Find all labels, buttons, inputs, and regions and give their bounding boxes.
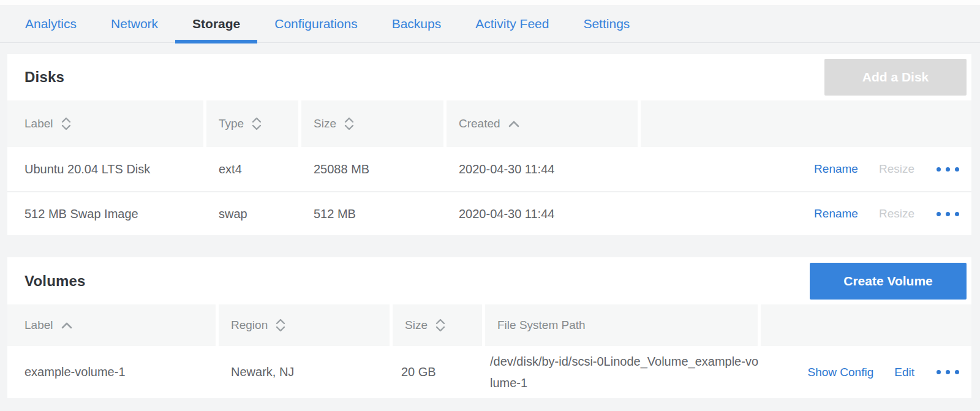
disk-type-cell: swap — [206, 207, 301, 221]
disks-sort-created[interactable]: Created — [447, 100, 638, 147]
table-row: example-volume-1 Newark, NJ 20 GB /dev/d… — [7, 346, 971, 398]
detail-tabs: Analytics Network Storage Configurations… — [0, 5, 980, 43]
create-volume-button[interactable]: Create Volume — [810, 263, 967, 300]
sort-both-icon — [251, 116, 262, 131]
sort-both-icon — [275, 318, 286, 333]
disk-created-cell: 2020-04-30 11:44 — [447, 162, 641, 176]
disks-sort-size[interactable]: Size — [301, 100, 443, 147]
table-row: 512 MB Swap Image swap 512 MB 2020-04-30… — [7, 191, 971, 235]
tab-network[interactable]: Network — [94, 5, 175, 43]
volumes-header-actions-spacer — [761, 304, 971, 346]
tab-storage[interactable]: Storage — [175, 5, 257, 43]
table-row: Ubuntu 20.04 LTS Disk ext4 25088 MB 2020… — [7, 147, 971, 191]
column-header-label: Region — [231, 319, 268, 332]
sort-ascending-icon — [508, 120, 520, 128]
volume-size-cell: 20 GB — [393, 365, 485, 379]
tab-label: Analytics — [25, 17, 77, 31]
volumes-table-header: Label Region Size File System Path — [7, 304, 971, 346]
resize-link[interactable]: Resize — [879, 162, 914, 176]
more-options-icon[interactable] — [935, 208, 960, 220]
active-tab-indicator — [175, 40, 257, 43]
volumes-header-file-system-path: File System Path — [485, 304, 758, 346]
sort-both-icon — [61, 116, 72, 131]
show-config-link[interactable]: Show Config — [808, 366, 874, 379]
tab-label: Backups — [392, 17, 442, 31]
disks-table-header: Label Type Size Created — [7, 100, 971, 147]
disk-created-cell: 2020-04-30 11:44 — [447, 207, 641, 221]
column-header-label: Label — [24, 319, 53, 332]
sort-both-icon — [344, 116, 355, 131]
disks-section: Disks Add a Disk Label Type Size Created… — [7, 54, 971, 235]
disks-sort-type[interactable]: Type — [206, 100, 298, 147]
tab-settings[interactable]: Settings — [566, 5, 647, 43]
volumes-section: Volumes Create Volume Label Region Size … — [7, 257, 971, 398]
sort-ascending-icon — [61, 322, 73, 330]
disk-label-cell: Ubuntu 20.04 LTS Disk — [7, 162, 206, 176]
volume-path-cell: /dev/disk/by-id/scsi-0Linode_Volume_exam… — [485, 351, 761, 394]
column-header-label: Size — [314, 117, 336, 130]
rename-link[interactable]: Rename — [814, 207, 858, 221]
disk-label-cell: 512 MB Swap Image — [7, 207, 206, 221]
disk-actions-cell: Rename Resize — [641, 207, 971, 221]
column-header-label: Label — [24, 117, 53, 130]
more-options-icon[interactable] — [935, 366, 960, 378]
tab-backups[interactable]: Backups — [375, 5, 459, 43]
volumes-title: Volumes — [24, 273, 86, 290]
tab-label: Network — [111, 17, 158, 31]
column-header-label: Size — [405, 319, 428, 332]
volume-label-cell: example-volume-1 — [7, 365, 219, 379]
tab-analytics[interactable]: Analytics — [8, 5, 94, 43]
tab-label: Settings — [583, 17, 630, 31]
column-header-label: File System Path — [497, 319, 586, 332]
tab-activity-feed[interactable]: Activity Feed — [458, 5, 566, 43]
rename-link[interactable]: Rename — [814, 162, 858, 176]
disks-section-header: Disks Add a Disk — [7, 54, 971, 100]
tab-label: Activity Feed — [475, 17, 549, 31]
volumes-sort-region[interactable]: Region — [219, 304, 390, 346]
volumes-sort-size[interactable]: Size — [393, 304, 482, 346]
volume-actions-cell: Show Config Edit — [761, 366, 971, 379]
add-a-disk-button[interactable]: Add a Disk — [824, 59, 967, 96]
more-options-icon[interactable] — [935, 164, 960, 175]
column-header-label: Type — [219, 117, 244, 130]
sort-both-icon — [435, 318, 446, 333]
disk-type-cell: ext4 — [206, 162, 301, 176]
tab-label: Storage — [192, 17, 240, 31]
file-system-path-text: /dev/disk/by-id/scsi-0Linode_Volume_exam… — [490, 355, 758, 390]
edit-link[interactable]: Edit — [894, 366, 914, 379]
volume-region-cell: Newark, NJ — [219, 365, 393, 379]
volumes-sort-label[interactable]: Label — [7, 304, 216, 346]
disk-actions-cell: Rename Resize — [641, 162, 971, 176]
disks-title: Disks — [24, 69, 64, 86]
disks-sort-label[interactable]: Label — [7, 100, 203, 147]
column-header-label: Created — [459, 117, 500, 130]
disk-size-cell: 25088 MB — [301, 162, 447, 176]
disk-size-cell: 512 MB — [301, 207, 447, 221]
volumes-section-header: Volumes Create Volume — [7, 257, 971, 304]
tab-label: Configurations — [274, 17, 357, 31]
disks-header-actions-spacer — [641, 100, 971, 147]
tab-configurations[interactable]: Configurations — [257, 5, 374, 43]
resize-link[interactable]: Resize — [879, 207, 914, 221]
